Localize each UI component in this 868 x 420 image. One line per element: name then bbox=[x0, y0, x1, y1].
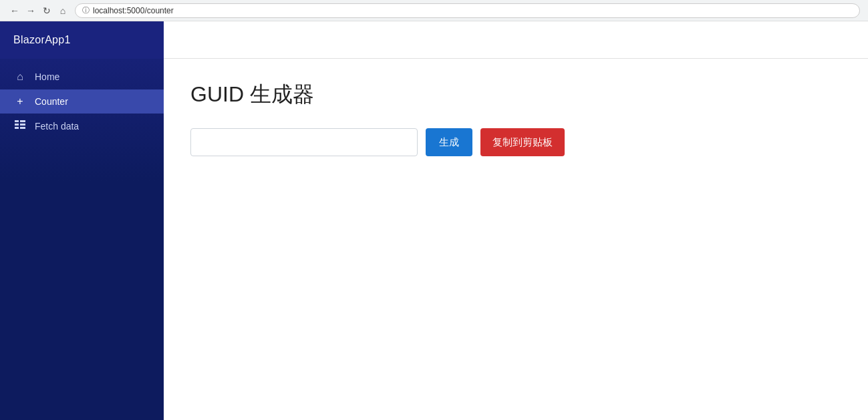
home-icon: ⌂ bbox=[13, 71, 27, 83]
svg-rect-3 bbox=[20, 124, 25, 126]
lock-icon: ⓘ bbox=[82, 5, 90, 15]
sidebar-item-home[interactable]: ⌂ Home bbox=[0, 64, 164, 89]
main-content: GUID 生成器 生成 复制到剪贴板 bbox=[164, 21, 868, 420]
copy-button[interactable]: 复制到剪贴板 bbox=[480, 128, 565, 156]
svg-rect-5 bbox=[20, 127, 25, 129]
sidebar: BlazorApp1 ⌂ Home + Counter bbox=[0, 21, 164, 420]
back-button[interactable]: ← bbox=[8, 4, 21, 17]
nav-buttons: ← → ↻ ⌂ bbox=[8, 4, 69, 17]
guid-input[interactable] bbox=[190, 128, 418, 156]
sidebar-item-fetch-data[interactable]: Fetch data bbox=[0, 114, 164, 139]
plus-icon: + bbox=[13, 96, 27, 107]
reload-button[interactable]: ↻ bbox=[40, 4, 53, 17]
browser-chrome: ← → ↻ ⌂ ⓘ localhost:5000/counter bbox=[0, 0, 868, 21]
page-title: GUID 生成器 bbox=[190, 80, 841, 110]
svg-rect-4 bbox=[15, 127, 19, 129]
grid-icon bbox=[13, 120, 27, 132]
page-body: GUID 生成器 生成 复制到剪贴板 bbox=[164, 59, 868, 420]
guid-row: 生成 复制到剪贴板 bbox=[190, 128, 841, 156]
sidebar-item-home-label: Home bbox=[35, 71, 59, 82]
sidebar-item-counter[interactable]: + Counter bbox=[0, 89, 164, 114]
app-container: BlazorApp1 ⌂ Home + Counter bbox=[0, 21, 868, 420]
sidebar-item-fetch-data-label: Fetch data bbox=[35, 121, 79, 132]
home-button[interactable]: ⌂ bbox=[56, 4, 69, 17]
url-text: localhost:5000/counter bbox=[93, 6, 174, 15]
address-bar[interactable]: ⓘ localhost:5000/counter bbox=[75, 3, 860, 18]
sidebar-header: BlazorApp1 bbox=[0, 21, 164, 59]
sidebar-item-counter-label: Counter bbox=[35, 96, 68, 107]
topbar bbox=[164, 21, 868, 59]
sidebar-nav: ⌂ Home + Counter Fet bbox=[0, 59, 164, 144]
svg-rect-0 bbox=[15, 120, 19, 122]
generate-button[interactable]: 生成 bbox=[426, 128, 472, 156]
svg-rect-1 bbox=[20, 120, 25, 122]
app-logo: BlazorApp1 bbox=[13, 34, 71, 46]
forward-button[interactable]: → bbox=[24, 4, 37, 17]
svg-rect-2 bbox=[15, 124, 19, 126]
